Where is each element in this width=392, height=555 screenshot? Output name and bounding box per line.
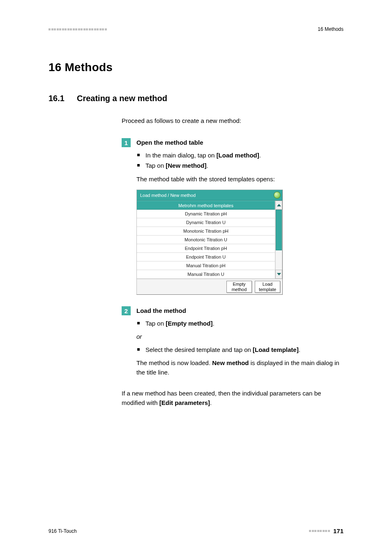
step-after-text: The method table with the stored templat…: [136, 175, 344, 184]
list-item[interactable]: Monotonic Titration pH: [137, 227, 275, 236]
chevron-down-icon: [277, 273, 281, 275]
bold-text: [Edit parameters]: [159, 399, 210, 406]
home-icon[interactable]: [274, 192, 281, 199]
dialog-button-bar: Empty method Load template: [137, 279, 282, 294]
list-item[interactable]: Endpoint Titration U: [137, 253, 275, 261]
closing-paragraph: If a new method has been created, then t…: [122, 388, 344, 408]
dialog-titlebar: Load method / New method: [137, 190, 282, 201]
text: .: [206, 162, 208, 169]
list-item[interactable]: Dynamic Titration U: [137, 218, 275, 227]
chapter-title: 16 Methods: [48, 61, 344, 74]
bold-text: [Load method]: [217, 152, 259, 159]
footer-ornament: [309, 530, 330, 532]
step-after-text: The method is now loaded. New method is …: [136, 358, 344, 377]
step-title: Open the method table: [136, 138, 203, 147]
button-label: Load template: [259, 282, 276, 292]
bold-text: [Empty method]: [166, 320, 212, 327]
page-header: 16 Methods: [48, 26, 344, 32]
step-number-badge: 1: [122, 138, 131, 147]
dialog-title: Load method / New method: [140, 193, 196, 198]
scrollbar-track[interactable]: [275, 210, 282, 270]
list-item[interactable]: Dynamic Titration pH: [137, 210, 275, 218]
list-item[interactable]: Endpoint Titration pH: [137, 244, 275, 253]
page-footer: 916 Ti-Touch 171: [48, 527, 344, 534]
bold-text: [New method]: [166, 162, 206, 169]
list-item[interactable]: Monotonic Titration U: [137, 236, 275, 244]
list-column-header: Metrohm method templates: [137, 201, 275, 210]
section-heading: 16.1 Creating a new method: [48, 94, 344, 103]
chevron-up-icon: [277, 204, 281, 206]
empty-method-button[interactable]: Empty method: [226, 281, 252, 293]
header-ornament: [48, 28, 107, 30]
or-text: or: [136, 332, 344, 342]
intro-text: Proceed as follows to create a new metho…: [122, 117, 344, 124]
scrollbar-thumb[interactable]: [276, 210, 282, 250]
text: .: [259, 152, 261, 159]
step-1: 1 Open the method table In the main dial…: [122, 138, 344, 295]
scroll-down-button[interactable]: [275, 270, 282, 279]
section-number: 16.1: [48, 94, 65, 103]
footer-product-name: 916 Ti-Touch: [48, 528, 77, 534]
text: The method is now loaded.: [136, 359, 212, 366]
list-item[interactable]: Manual Titration U: [137, 270, 275, 279]
text: If a new method has been created, then t…: [122, 390, 321, 406]
text: .: [212, 320, 214, 327]
step-title: Load the method: [136, 306, 186, 315]
text: Tap on: [145, 320, 166, 327]
list-item: Tap on [Empty method].: [136, 319, 344, 328]
scroll-up-button[interactable]: [275, 201, 282, 210]
load-template-button[interactable]: Load template: [255, 281, 280, 293]
text: .: [299, 346, 300, 353]
button-label: Empty method: [232, 282, 247, 292]
section-title: Creating a new method: [77, 94, 167, 103]
bold-text: New method: [212, 359, 249, 366]
bold-text: [Load template]: [253, 346, 299, 353]
list-item: Tap on [New method].: [136, 161, 344, 170]
step-2: 2 Load the method Tap on [Empty method].…: [122, 306, 344, 377]
scrollbar[interactable]: [275, 201, 282, 279]
page-number: 171: [333, 527, 344, 534]
text: Select the desired template and tap on: [145, 346, 253, 353]
header-chapter-label: 16 Methods: [318, 26, 344, 32]
text: In the main dialog, tap on: [145, 152, 217, 159]
template-list: Metrohm method templates Dynamic Titrati…: [137, 201, 275, 279]
text: .: [210, 399, 212, 406]
text: Tap on: [145, 162, 166, 169]
list-item: In the main dialog, tap on [Load method]…: [136, 150, 344, 160]
step-number-badge: 2: [122, 306, 131, 315]
list-item: Select the desired template and tap on […: [136, 345, 344, 354]
list-item[interactable]: Manual Titration pH: [137, 261, 275, 270]
method-dialog: Load method / New method Metrohm method …: [136, 190, 283, 295]
